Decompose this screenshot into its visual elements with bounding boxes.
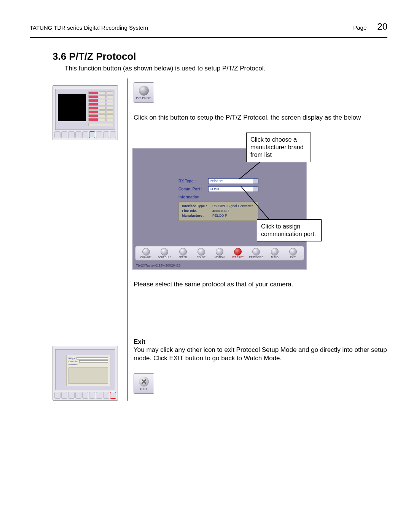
status-bar: Tb-2XTavis-v2.17k-20020426	[136, 264, 181, 267]
comm-port-label: Comm. Port :	[178, 187, 205, 191]
exit-button-label: EXIT	[140, 387, 148, 391]
thumbnail-protocol-setup: RXType Comm.Port Information	[53, 346, 118, 401]
toolbar-password-label: PASSWORD	[249, 256, 263, 259]
section-intro: This function button (as shown below) is…	[65, 65, 387, 72]
exit-button[interactable]: EXIT	[134, 373, 154, 394]
info-interface-val: RS-232C Signal Converter	[212, 204, 255, 209]
info-manu-val: PELCO P	[212, 214, 255, 218]
paragraph-click-button: Click on this button to setup the P/T/Z …	[134, 113, 387, 122]
toolbar-exit-button[interactable]: EXIT	[285, 248, 301, 259]
toolbar-color-label: COLOR	[197, 256, 206, 259]
info-line-key: Line Info.	[182, 209, 212, 214]
page-header: TATUNG TDR series Digital Recording Syst…	[30, 21, 387, 38]
page-number: 20	[377, 21, 387, 32]
toolbar-speed-button[interactable]: SPEED	[175, 248, 191, 259]
motion-icon	[216, 248, 223, 256]
schedule-icon	[161, 248, 168, 256]
password-icon	[252, 248, 260, 256]
rx-type-dropdown[interactable]: Pelco 'P'	[208, 178, 258, 184]
toolbar-audio-button[interactable]: AUDIO	[267, 248, 283, 259]
information-label: Information	[178, 195, 258, 199]
toolbar-speed-label: SPEED	[179, 256, 187, 259]
page-label: Page	[353, 24, 366, 31]
toolbar-color-button[interactable]: COLOR	[193, 248, 209, 259]
camera-dome-icon	[139, 86, 149, 96]
exit-icon	[289, 248, 297, 256]
info-manu-key: Manufacture :	[182, 214, 212, 218]
ptprot-button-label: P/T PROT.	[136, 96, 152, 100]
toolbar-motion-label: MOTION	[215, 256, 225, 259]
exit-subheading: Exit	[134, 338, 387, 346]
toolbar-schedule-button[interactable]: SCHEDULE	[156, 248, 172, 259]
doc-title: TATUNG TDR series Digital Recording Syst…	[30, 24, 148, 31]
toolbar-motion-button[interactable]: MOTION	[212, 248, 228, 259]
ptz-protocol-screenshot: Click to choose a manufacturer brand fro…	[132, 133, 307, 270]
callout-choose-brand: Click to choose a manufacturer brand fro…	[246, 133, 311, 162]
exit-toolbar-highlight-icon	[110, 392, 116, 399]
toolbar-schedule-label: SCHEDULE	[158, 256, 171, 259]
speed-icon	[179, 248, 187, 256]
comm-port-dropdown[interactable]: COM1	[208, 186, 258, 192]
toolbar-audio-label: AUDIO	[271, 256, 279, 259]
callout-assign-port: Click to assign communication port.	[257, 219, 322, 241]
vertical-divider	[127, 78, 127, 401]
audio-icon	[271, 248, 279, 256]
color-icon	[198, 248, 205, 256]
toolbar-ptprot-button[interactable]: P/T PROT	[230, 248, 246, 259]
ptprot-icon	[234, 248, 242, 256]
close-icon	[139, 377, 149, 387]
paragraph-exit: You may click any other icon to exit Pro…	[134, 346, 387, 363]
information-box: Interface Type : RS-232C Signal Converte…	[178, 201, 258, 221]
thumbnail-channel-setup	[53, 85, 118, 140]
toolbar-exit-label: EXIT	[290, 256, 296, 259]
ptprot-button[interactable]: P/T PROT.	[134, 82, 154, 103]
toolbar-channel-label: CHANNEL	[140, 256, 152, 259]
toolbar-password-button[interactable]: PASSWORD	[248, 248, 264, 259]
channel-icon	[142, 248, 150, 256]
section-title: 3.6 P/T/Z Protocol	[53, 51, 387, 62]
info-interface-key: Interface Type :	[182, 204, 212, 209]
ptprot-toolbar-highlight-icon	[89, 131, 95, 138]
toolbar-ptprot-label: P/T PROT	[232, 256, 244, 259]
paragraph-same-protocol: Please select the same protocol as that …	[134, 280, 387, 289]
setup-toolbar: CHANNELSCHEDULESPEEDCOLORMOTIONP/T PROTP…	[135, 246, 304, 260]
rx-type-label: RX Type :	[178, 179, 205, 183]
info-line-val: 4800-8-N-1	[212, 209, 255, 214]
toolbar-channel-button[interactable]: CHANNEL	[138, 248, 154, 259]
